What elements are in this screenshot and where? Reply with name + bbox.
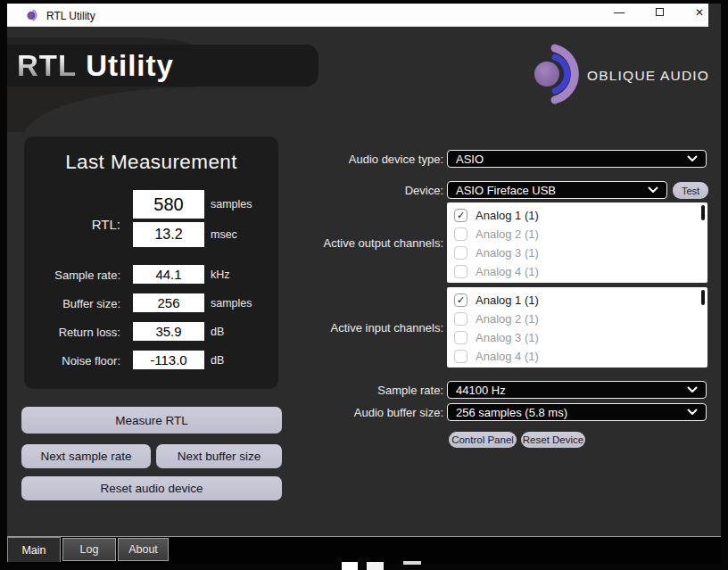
channel-label: Analog 1 (1) [476, 293, 539, 307]
checkbox-icon[interactable] [454, 227, 467, 241]
output-channel-row[interactable]: ✓ Analog 1 (1) [447, 206, 707, 225]
buffer-size-unit: samples [211, 297, 252, 310]
input-channels-list[interactable]: ✓ Analog 1 (1) Analog 2 (1) Analog 3 (1)… [447, 287, 707, 368]
checkbox-icon[interactable] [454, 312, 467, 326]
brand-name: OBLIQUE AUDIO [587, 68, 709, 84]
sample-rate-label: Sample rate: [24, 268, 120, 282]
chevron-down-icon [687, 409, 698, 416]
tab-strip: Main Log About [7, 537, 721, 564]
output-channel-row[interactable]: Analog 3 (1) [447, 244, 707, 262]
background-window-fragment [403, 561, 421, 565]
rtl-label: RTL: [24, 217, 120, 232]
rtl-samples-unit: samples [211, 198, 252, 211]
measure-rtl-button[interactable]: Measure RTL [21, 407, 282, 434]
maximize-button[interactable] [646, 4, 673, 21]
background-window-fragment [367, 562, 384, 570]
audio-buffer-size-label: Audio buffer size: [285, 406, 443, 419]
minimize-button[interactable]: — [606, 4, 633, 21]
tab-log[interactable]: Log [62, 538, 116, 561]
minimize-icon: — [614, 6, 625, 19]
sample-rate-unit: kHz [211, 268, 230, 281]
output-channel-row[interactable]: Analog 2 (1) [447, 225, 707, 244]
chevron-down-icon [648, 186, 658, 194]
scrollbar-thumb[interactable] [701, 205, 705, 220]
input-channel-row[interactable]: Analog 2 (1) [447, 310, 707, 328]
return-loss-unit: dB [211, 326, 224, 338]
reset-device-button[interactable]: Reset Device [521, 432, 585, 448]
last-measurement-title: Last Measurement [24, 151, 278, 174]
checkbox-icon[interactable] [454, 265, 467, 278]
chevron-down-icon [687, 386, 698, 393]
last-measurement-panel: Last Measurement RTL: 580 samples 13.2 m… [24, 136, 278, 389]
next-sample-rate-button[interactable]: Next sample rate [21, 444, 151, 468]
sample-rate-select[interactable]: 44100 Hz [447, 381, 707, 399]
output-channel-row[interactable]: Analog 4 (1) [447, 262, 707, 281]
audio-device-type-select[interactable]: ASIO [447, 150, 707, 168]
checkbox-icon[interactable] [454, 350, 467, 363]
channel-label: Analog 2 (1) [476, 227, 539, 241]
channel-label: Analog 4 (1) [476, 265, 539, 278]
return-loss-label: Return loss: [24, 326, 120, 339]
header-title-utility: Utility [86, 49, 174, 83]
sample-rate-select-label: Sample rate: [285, 384, 443, 397]
tab-main[interactable]: Main [7, 537, 61, 562]
sample-rate-select-value: 44100 Hz [456, 384, 506, 397]
device-select[interactable]: ASIO Fireface USB [447, 181, 667, 199]
screen: RTL Utility — ✕ RTL Utility OBLIQUE AUDI… [0, 0, 728, 570]
test-button[interactable]: Test [673, 182, 708, 199]
background-window-fragment [342, 562, 358, 570]
device-label: Device: [285, 184, 443, 197]
active-input-channels-label: Active input channels: [285, 321, 443, 335]
close-icon: ✕ [695, 6, 704, 19]
oblique-audio-logo-icon [522, 41, 584, 109]
channel-label: Analog 2 (1) [476, 312, 539, 326]
audio-buffer-size-value: 256 samples (5.8 ms) [456, 406, 567, 419]
rtl-msec-unit: msec [211, 228, 237, 241]
next-buffer-size-button[interactable]: Next buffer size [156, 444, 282, 468]
close-button[interactable]: ✕ [686, 4, 713, 21]
audio-device-type-label: Audio device type: [285, 153, 443, 166]
header-title-rtl: RTL [17, 49, 77, 83]
channel-label: Analog 1 (1) [476, 209, 539, 222]
active-output-channels-label: Active output channels: [285, 236, 443, 250]
noise-floor-label: Noise floor: [24, 354, 120, 368]
checkbox-checked-icon[interactable]: ✓ [454, 209, 467, 222]
reset-audio-device-button[interactable]: Reset audio device [21, 476, 282, 500]
control-panel-button[interactable]: Control Panel [449, 432, 517, 448]
sample-rate-value: 44.1 [133, 265, 204, 284]
buffer-size-value: 256 [133, 293, 204, 312]
noise-floor-unit: dB [211, 354, 224, 367]
output-channels-list[interactable]: ✓ Analog 1 (1) Analog 2 (1) Analog 3 (1)… [447, 202, 707, 283]
checkbox-checked-icon[interactable]: ✓ [454, 293, 467, 307]
input-channel-row[interactable]: Analog 4 (1) [447, 347, 707, 366]
channel-label: Analog 3 (1) [476, 331, 539, 344]
app-header: RTL Utility [7, 45, 318, 87]
title-bar: RTL Utility [7, 4, 708, 27]
chevron-down-icon [687, 155, 698, 162]
noise-floor-value: -113.0 [133, 351, 204, 369]
channel-label: Analog 3 (1) [476, 246, 539, 260]
audio-buffer-size-select[interactable]: 256 samples (5.8 ms) [447, 403, 707, 421]
checkbox-icon[interactable] [454, 246, 467, 260]
input-channel-row[interactable]: ✓ Analog 1 (1) [447, 291, 707, 310]
audio-device-type-value: ASIO [456, 153, 484, 166]
maximize-icon [656, 8, 664, 16]
buffer-size-label: Buffer size: [24, 297, 120, 310]
device-value: ASIO Fireface USB [456, 184, 556, 197]
input-channel-row[interactable]: Analog 3 (1) [447, 328, 707, 347]
channel-label: Analog 4 (1) [476, 350, 539, 363]
rtl-utility-app-icon [26, 9, 38, 21]
scrollbar-thumb[interactable] [701, 290, 705, 305]
window-title: RTL Utility [46, 10, 95, 22]
rtl-samples-value: 580 [133, 190, 204, 219]
checkbox-icon[interactable] [454, 331, 467, 344]
rtl-msec-value: 13.2 [133, 222, 204, 247]
tab-about[interactable]: About [118, 538, 169, 561]
return-loss-value: 35.9 [133, 322, 204, 341]
